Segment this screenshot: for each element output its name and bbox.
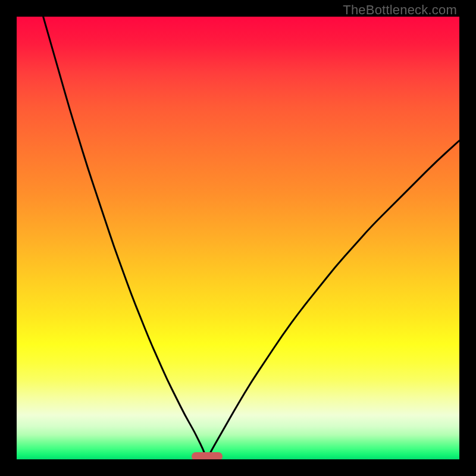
- watermark-text: TheBottleneck.com: [343, 2, 457, 18]
- curve-right-branch: [207, 140, 459, 459]
- optimum-marker: [192, 452, 223, 459]
- chart-frame: TheBottleneck.com: [0, 0, 476, 476]
- plot-area: [17, 17, 459, 459]
- curve-layer: [17, 17, 459, 459]
- curve-left-branch: [43, 17, 207, 459]
